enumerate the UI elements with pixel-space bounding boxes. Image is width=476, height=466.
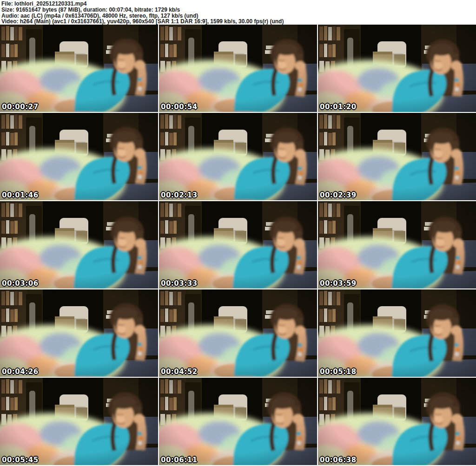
video-thumbnail: 00:00:54: [159, 25, 317, 112]
timestamp-overlay: 00:00:27: [2, 103, 39, 111]
video-frame-image: [318, 378, 476, 465]
video-frame-image: [318, 201, 476, 289]
video-thumbnail: 00:04:26: [0, 289, 158, 377]
contact-sheet: File: lothlori_202512120331.mp4 Size: 91…: [0, 0, 476, 466]
timestamp-overlay: 00:04:52: [161, 368, 198, 376]
video-thumbnail: 00:02:39: [318, 113, 476, 200]
video-frame-image: [0, 201, 158, 289]
timestamp-overlay: 00:05:18: [320, 368, 357, 376]
video-frame-image: [0, 25, 158, 112]
timestamp-overlay: 00:03:33: [161, 279, 198, 288]
video-thumbnail: 00:03:33: [159, 201, 317, 289]
video-thumbnail: 00:03:06: [0, 201, 158, 289]
video-thumbnail: 00:00:27: [0, 25, 158, 112]
timestamp-overlay: 00:02:39: [320, 191, 357, 199]
file-name-line: File: lothlori_202512120331.mp4: [1, 1, 476, 7]
video-info-line: Video: h264 (Main) (avc1 / 0x31637661), …: [1, 19, 476, 25]
video-frame-image: [318, 25, 476, 112]
video-frame-image: [0, 113, 158, 200]
file-size-line: Size: 91651647 bytes (87 MiB), duration:…: [1, 7, 476, 13]
timestamp-overlay: 00:03:59: [320, 279, 357, 288]
video-frame-image: [318, 289, 476, 377]
video-frame-image: [159, 25, 317, 112]
timestamp-overlay: 00:06:11: [161, 456, 198, 464]
video-frame-image: [159, 378, 317, 465]
timestamp-overlay: 00:04:26: [2, 368, 39, 376]
timestamp-overlay: 00:02:13: [161, 191, 198, 199]
timestamp-overlay: 00:03:06: [2, 279, 39, 288]
video-thumbnail: 00:06:11: [159, 378, 317, 465]
video-thumbnail: 00:03:59: [318, 201, 476, 289]
video-thumbnail: 00:05:45: [0, 378, 158, 465]
thumbnail-grid: 00:00:27 00:00:54 00:01:20 00:01:46 00:0…: [0, 25, 476, 466]
video-frame-image: [159, 201, 317, 289]
video-frame-image: [159, 289, 317, 377]
video-thumbnail: 00:05:18: [318, 289, 476, 377]
video-frame-image: [318, 113, 476, 200]
timestamp-overlay: 00:01:20: [320, 103, 357, 111]
video-thumbnail: 00:02:13: [159, 113, 317, 200]
video-frame-image: [0, 378, 158, 465]
file-info-header: File: lothlori_202512120331.mp4 Size: 91…: [0, 0, 476, 25]
timestamp-overlay: 00:01:46: [2, 191, 39, 199]
video-frame-image: [159, 113, 317, 200]
video-thumbnail: 00:04:52: [159, 289, 317, 377]
timestamp-overlay: 00:05:45: [2, 456, 39, 464]
video-thumbnail: 00:01:20: [318, 25, 476, 112]
timestamp-overlay: 00:06:38: [320, 456, 357, 464]
video-thumbnail: 00:01:46: [0, 113, 158, 200]
video-frame-image: [0, 289, 158, 377]
timestamp-overlay: 00:00:54: [161, 103, 198, 111]
video-thumbnail: 00:06:38: [318, 378, 476, 465]
